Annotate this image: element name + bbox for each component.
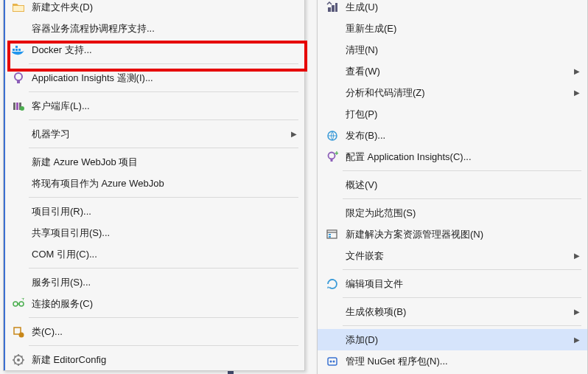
- menu-item-shared-project-reference[interactable]: 共享项目引用(S)...: [4, 222, 304, 243]
- svg-rect-6: [13, 103, 15, 110]
- empty-icon: [322, 305, 343, 319]
- separator: [29, 120, 298, 120]
- empty-icon: [322, 64, 343, 79]
- menu-label: 添加(D): [343, 333, 573, 347]
- menu-item-appinsights-telemetry[interactable]: Application Insights 遥测(I)...: [4, 67, 304, 89]
- menu-item-file-nesting[interactable]: 文件嵌套 ▶: [318, 245, 587, 266]
- menu-item-pack[interactable]: 打包(P): [318, 103, 587, 125]
- menu-label: 服务引用(S)...: [29, 276, 298, 289]
- menu-label: 限定为此范围(S): [343, 207, 581, 220]
- svg-rect-7: [16, 103, 18, 110]
- svg-point-30: [330, 360, 332, 362]
- menu-item-project-reference[interactable]: 项目引用(R)...: [4, 201, 304, 222]
- empty-icon: [8, 127, 29, 142]
- class-icon: [8, 325, 29, 339]
- menu-label: 新建 Azure WebJob 项目: [29, 156, 298, 169]
- chevron-right-icon: ▶: [573, 308, 581, 316]
- connected-icon: +: [8, 297, 29, 311]
- svg-text:+: +: [21, 298, 24, 302]
- menu-item-build-dependencies[interactable]: 生成依赖项(B) ▶: [318, 301, 587, 322]
- menu-item-docker-support[interactable]: Docker 支持...: [4, 39, 304, 60]
- menu-item-manage-nuget[interactable]: 管理 NuGet 程序包(N)...: [318, 350, 587, 372]
- menu-item-overview[interactable]: 概述(V): [318, 174, 587, 195]
- menu-label: 管理 NuGet 程序包(N)...: [343, 355, 581, 368]
- separator: [29, 268, 298, 269]
- separator: [29, 197, 298, 198]
- menu-label: 查看(W): [343, 65, 573, 78]
- menu-label: 类(C)...: [29, 325, 298, 339]
- menu-item-scope-to-this[interactable]: 限定为此范围(S): [318, 202, 587, 224]
- menu-label: 生成依赖项(B): [343, 305, 573, 319]
- separator: [29, 63, 298, 64]
- menu-label: 新建 EditorConfig: [29, 353, 298, 367]
- edit-proj-icon: [322, 277, 343, 291]
- menu-item-machine-learning[interactable]: 机器学习 ▶: [4, 123, 304, 145]
- chevron-right-icon: ▶: [290, 130, 298, 138]
- empty-icon: [322, 43, 343, 58]
- menu-item-publish[interactable]: 发布(B)...: [318, 125, 587, 146]
- separator: [29, 91, 298, 92]
- menu-label: 配置 Application Insights(C)...: [343, 150, 581, 164]
- svg-point-9: [20, 106, 24, 111]
- menu-item-new-solution-explorer[interactable]: 新建解决方案资源管理器视图(N): [318, 224, 587, 245]
- submenu-add: 新建文件夹(D) 容器业务流程协调程序支持... Docker 支持... Ap…: [3, 0, 305, 371]
- separator: [343, 269, 581, 270]
- menu-label: COM 引用(C)...: [29, 248, 298, 261]
- svg-point-4: [15, 73, 22, 80]
- menu-item-class[interactable]: 类(C)...: [4, 321, 304, 342]
- menu-item-connected-services[interactable]: + 连接的服务(C): [4, 293, 304, 314]
- empty-icon: [8, 155, 29, 170]
- library-icon: [8, 99, 29, 114]
- svg-text:+: +: [335, 151, 338, 157]
- menu-item-container-orchestration[interactable]: 容器业务流程协调程序支持...: [4, 18, 304, 39]
- menu-item-edit-project-file[interactable]: 编辑项目文件: [318, 273, 587, 294]
- docker-icon: [8, 43, 29, 58]
- svg-rect-19: [332, 5, 335, 12]
- menu-label: 机器学习: [29, 128, 290, 141]
- svg-rect-27: [329, 234, 331, 235]
- chevron-right-icon: ▶: [573, 336, 581, 344]
- menu-label: 编辑项目文件: [343, 277, 581, 291]
- menu-item-analyze-cleanup[interactable]: 分析和代码清理(Z) ▶: [318, 82, 587, 103]
- menu-item-clean[interactable]: 清理(N): [318, 39, 587, 60]
- menu-item-rebuild[interactable]: 重新生成(E): [318, 18, 587, 39]
- menu-item-service-reference[interactable]: 服务引用(S)...: [4, 271, 304, 293]
- menu-label: 生成(U): [343, 1, 581, 14]
- menu-label: 概述(V): [343, 179, 581, 192]
- menu-label: 重新生成(E): [343, 22, 581, 35]
- appinsights-icon: [8, 71, 29, 86]
- menu-item-new-editorconfig[interactable]: 新建 EditorConfig: [4, 349, 304, 370]
- editorconfig-icon: [8, 353, 29, 367]
- menu-label: 打包(P): [343, 108, 581, 121]
- separator: [343, 198, 581, 199]
- menu-label: 项目引用(R)...: [29, 205, 298, 218]
- svg-point-15: [19, 332, 24, 337]
- menu-label: 将现有项目作为 Azure WebJob: [29, 177, 298, 190]
- menu-item-com-reference[interactable]: COM 引用(C)...: [4, 243, 304, 265]
- menu-item-existing-as-webjob[interactable]: 将现有项目作为 Azure WebJob: [4, 173, 304, 194]
- menu-item-new-folder[interactable]: 新建文件夹(D): [4, 0, 304, 18]
- empty-icon: [8, 226, 29, 240]
- menu-item-view[interactable]: 查看(W) ▶: [318, 60, 587, 82]
- chevron-right-icon: ▶: [573, 89, 581, 97]
- menu-label: 清理(N): [343, 44, 581, 57]
- svg-rect-1: [15, 49, 18, 51]
- svg-rect-3: [18, 49, 21, 51]
- separator: [343, 170, 581, 171]
- svg-rect-0: [13, 49, 15, 51]
- menu-label: 发布(B)...: [343, 129, 581, 142]
- svg-rect-29: [328, 358, 337, 365]
- empty-icon: [322, 333, 343, 347]
- build-icon: [322, 0, 343, 15]
- menu-item-build[interactable]: 生成(U): [318, 0, 587, 18]
- svg-rect-23: [331, 159, 333, 162]
- separator: [29, 148, 298, 148]
- menu-item-configure-appinsights[interactable]: + 配置 Application Insights(C)...: [318, 146, 587, 167]
- menu-item-new-azure-webjob[interactable]: 新建 Azure WebJob 项目: [4, 151, 304, 173]
- menu-item-add[interactable]: 添加(D) ▶: [318, 329, 587, 350]
- svg-point-17: [17, 359, 20, 361]
- separator: [343, 325, 581, 326]
- menu-item-client-library[interactable]: 客户端库(L)...: [4, 95, 304, 117]
- menu-label: 共享项目引用(S)...: [29, 226, 298, 240]
- chevron-right-icon: ▶: [573, 67, 581, 75]
